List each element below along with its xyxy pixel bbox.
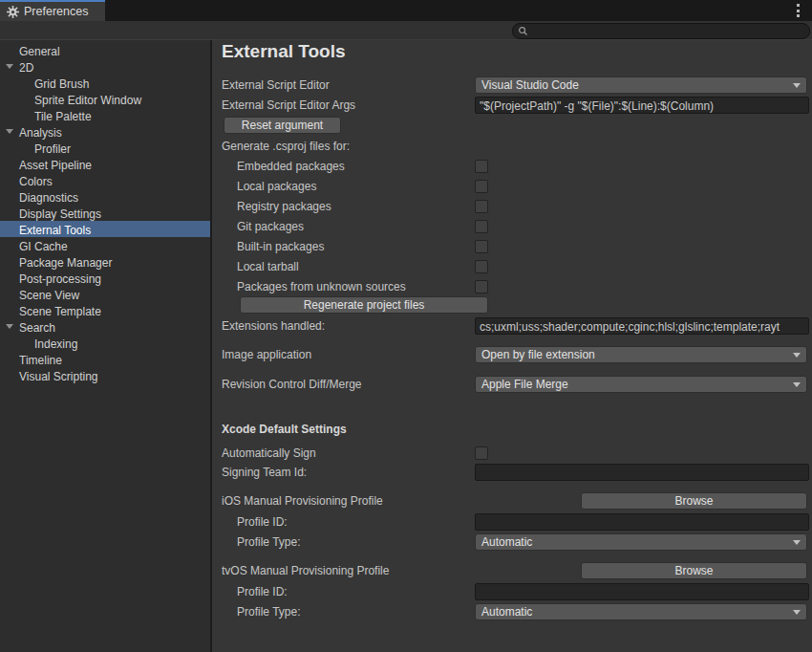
script-editor-args-value: "$(ProjectPath)" -g "$(File)":$(Line):$(…	[480, 99, 714, 113]
sidebar-item-analysis[interactable]: Analysis	[0, 123, 210, 140]
signing-team-field[interactable]	[475, 464, 809, 481]
ios-profile-type-value: Automatic	[481, 535, 532, 549]
revision-control-label: Revision Control Diff/Merge	[222, 378, 362, 391]
csproj-option-label: Local tarball	[237, 260, 299, 273]
reset-argument-button[interactable]: Reset argument	[224, 117, 341, 134]
csproj-option-checkbox[interactable]	[475, 240, 488, 253]
sidebar-item-2d[interactable]: 2D	[0, 58, 210, 75]
extensions-handled-field[interactable]: cs;uxml;uss;shader;compute;cginc;hlsl;gl…	[475, 317, 809, 335]
search-input[interactable]	[532, 25, 803, 38]
external-script-editor-row: External Script Editor Visual Studio Cod…	[222, 76, 807, 94]
tvos-profile-type-value: Automatic	[481, 605, 532, 619]
csproj-option-row: Registry packages	[222, 198, 807, 215]
image-application-row: Image application Open by file extension	[222, 346, 807, 363]
sidebar-item-search[interactable]: Search	[0, 318, 210, 335]
sidebar-item-sprite-editor-window[interactable]: Sprite Editor Window	[0, 91, 210, 107]
automatically-sign-row: Automatically Sign	[222, 445, 807, 462]
tvos-profile-type-dropdown[interactable]: Automatic	[475, 603, 807, 620]
foldout-triangle-icon[interactable]	[6, 324, 13, 329]
foldout-triangle-icon[interactable]	[6, 129, 13, 134]
settings-panel: External Tools External Script Editor Vi…	[212, 40, 812, 652]
csproj-option-row: Built-in packages	[222, 238, 807, 255]
tvos-profile-id-row: Profile ID:	[222, 583, 807, 600]
csproj-option-checkbox[interactable]	[475, 200, 488, 213]
search-icon	[518, 26, 528, 36]
ios-provisioning-row: iOS Manual Provisioning Profile Browse	[222, 492, 807, 510]
xcode-settings-header: Xcode Default Settings	[222, 423, 347, 436]
reset-argument-row: Reset argument	[222, 117, 807, 134]
extensions-handled-row: Extensions handled: cs;uxml;uss;shader;c…	[222, 317, 807, 335]
sidebar-item-asset-pipeline[interactable]: Asset Pipeline	[0, 156, 210, 172]
toolbar	[0, 21, 812, 40]
sidebar-item-display-settings[interactable]: Display Settings	[0, 205, 210, 221]
generate-csproj-label: Generate .csproj files for:	[222, 140, 350, 153]
ios-profile-type-row: Profile Type: Automatic	[222, 533, 807, 551]
tvos-browse-button[interactable]: Browse	[581, 562, 807, 579]
csproj-option-label: Built-in packages	[237, 240, 324, 253]
csproj-option-row: Local packages	[222, 178, 807, 195]
csproj-option-label: Registry packages	[237, 200, 331, 213]
regenerate-project-files-button[interactable]: Regenerate project files	[240, 296, 488, 314]
automatically-sign-checkbox[interactable]	[475, 446, 488, 460]
image-application-label: Image application	[222, 348, 311, 361]
page-title: External Tools	[222, 41, 346, 62]
csproj-option-checkbox[interactable]	[475, 260, 488, 273]
tvos-provisioning-row: tvOS Manual Provisioning Profile Browse	[222, 562, 807, 579]
extensions-handled-value: cs;uxml;uss;shader;compute;cginc;hlsl;gl…	[480, 320, 780, 334]
foldout-triangle-icon[interactable]	[6, 64, 13, 69]
csproj-option-row: Embedded packages	[222, 158, 807, 175]
tvos-provisioning-label: tvOS Manual Provisioning Profile	[222, 564, 389, 577]
csproj-option-label: Git packages	[237, 220, 304, 233]
script-editor-args-field[interactable]: "$(ProjectPath)" -g "$(File)":$(Line):$(…	[475, 97, 809, 114]
kebab-menu-icon[interactable]	[793, 4, 802, 17]
preferences-window: Preferences General2DGrid BrushSprite Ed…	[0, 0, 812, 652]
tvos-profile-id-field[interactable]	[475, 583, 809, 600]
sidebar-item-profiler[interactable]: Profiler	[0, 140, 210, 156]
csproj-option-checkbox[interactable]	[475, 280, 488, 293]
script-editor-args-row: External Script Editor Args "$(ProjectPa…	[222, 97, 807, 114]
csproj-option-row: Local tarball	[222, 258, 807, 275]
sidebar-item-label: Visual Scripting	[19, 369, 98, 385]
sidebar: General2DGrid BrushSprite Editor WindowT…	[0, 40, 210, 652]
xcode-header-row: Xcode Default Settings	[222, 421, 807, 438]
sidebar-item-scene-view[interactable]: Scene View	[0, 286, 210, 302]
sidebar-item-timeline[interactable]: Timeline	[0, 351, 210, 367]
image-application-dropdown[interactable]: Open by file extension	[475, 346, 807, 363]
search-field[interactable]	[512, 23, 810, 39]
sidebar-item-indexing[interactable]: Indexing	[0, 335, 210, 351]
ios-profile-id-field[interactable]	[475, 513, 809, 531]
csproj-option-checkbox[interactable]	[475, 180, 488, 193]
sidebar-item-visual-scripting[interactable]: Visual Scripting	[0, 367, 210, 383]
tab-preferences[interactable]: Preferences	[0, 0, 105, 21]
sidebar-item-diagnostics[interactable]: Diagnostics	[0, 188, 210, 205]
external-script-editor-label: External Script Editor	[222, 78, 330, 92]
external-script-editor-dropdown[interactable]: Visual Studio Code	[475, 76, 807, 94]
sidebar-item-tile-palette[interactable]: Tile Palette	[0, 107, 210, 123]
signing-team-row: Signing Team Id:	[222, 464, 807, 481]
csproj-option-checkbox[interactable]	[475, 220, 488, 233]
sidebar-item-gi-cache[interactable]: GI Cache	[0, 237, 210, 253]
csproj-option-label: Packages from unknown sources	[237, 280, 406, 293]
ios-profile-id-row: Profile ID:	[222, 513, 807, 531]
generate-csproj-row: Generate .csproj files for:	[222, 138, 807, 155]
ios-profile-type-dropdown[interactable]: Automatic	[475, 533, 807, 551]
sidebar-item-scene-template[interactable]: Scene Template	[0, 302, 210, 318]
revision-control-dropdown[interactable]: Apple File Merge	[475, 376, 807, 393]
sidebar-item-grid-brush[interactable]: Grid Brush	[0, 75, 210, 91]
chevron-down-icon	[793, 610, 801, 615]
automatically-sign-label: Automatically Sign	[222, 446, 316, 460]
content-area: General2DGrid BrushSprite Editor WindowT…	[0, 40, 812, 652]
chevron-down-icon	[793, 540, 801, 545]
csproj-option-row: Packages from unknown sources	[222, 278, 807, 295]
ios-browse-button[interactable]: Browse	[581, 492, 807, 510]
sidebar-item-colors[interactable]: Colors	[0, 172, 210, 188]
sidebar-item-general[interactable]: General	[0, 42, 210, 58]
sidebar-item-package-manager[interactable]: Package Manager	[0, 253, 210, 270]
gear-icon	[7, 6, 19, 18]
sidebar-item-external-tools[interactable]: External Tools	[0, 221, 210, 237]
sidebar-item-post-processing[interactable]: Post-processing	[0, 270, 210, 286]
tvos-profile-type-label: Profile Type:	[237, 605, 300, 619]
tvos-profile-type-row: Profile Type: Automatic	[222, 603, 807, 620]
revision-control-value: Apple File Merge	[481, 378, 568, 391]
csproj-option-checkbox[interactable]	[475, 160, 488, 173]
